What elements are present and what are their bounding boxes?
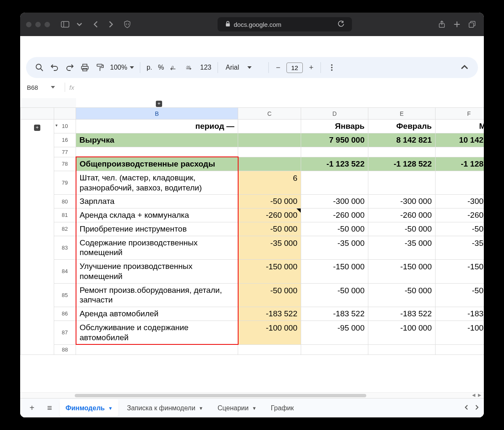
spreadsheet-grid[interactable]: + B C D E F + 10 период — Январь — [20, 93, 484, 392]
cell[interactable]: -183 522 — [301, 307, 368, 321]
cell[interactable]: -35 000 — [238, 236, 301, 260]
all-sheets-button[interactable]: ≡ — [42, 401, 57, 416]
cell[interactable]: -50 000 — [301, 222, 368, 236]
cell[interactable]: -150 000 — [238, 260, 301, 284]
cell[interactable]: -300 000 — [436, 195, 484, 208]
row-num[interactable]: 81 — [54, 208, 76, 222]
cell[interactable]: Улучшение производственных помещений — [76, 260, 238, 284]
cell[interactable]: -50 000 — [436, 222, 484, 236]
row-num[interactable]: 88 — [54, 344, 76, 354]
col-header-f[interactable]: F — [436, 108, 484, 120]
cell[interactable] — [436, 147, 484, 157]
row-num[interactable]: 78 — [54, 157, 76, 171]
col-header-d[interactable]: D — [301, 108, 368, 120]
address-bar[interactable]: docs.google.com — [218, 17, 352, 31]
cell[interactable]: Аренда склада + коммуналка — [76, 208, 238, 222]
more-tools-icon[interactable] — [325, 61, 339, 74]
cell[interactable]: Март — [436, 120, 484, 133]
cell[interactable] — [238, 157, 301, 171]
cell[interactable]: -260 000 — [238, 208, 301, 222]
sheet-tab-active[interactable]: Финмодель▼ — [60, 400, 118, 416]
paint-format-icon[interactable] — [93, 61, 107, 74]
row-num[interactable]: 84 — [54, 260, 76, 284]
cell[interactable]: Приобретение инструментов — [76, 222, 238, 236]
row-num[interactable]: 82 — [54, 222, 76, 236]
cell[interactable]: -300 000 — [301, 195, 368, 208]
col-header-c[interactable]: C — [238, 108, 301, 120]
chevron-down-icon[interactable] — [76, 18, 83, 30]
cell[interactable] — [301, 147, 368, 157]
sheet-tab[interactable]: Сценарии▼ — [212, 400, 262, 416]
cell[interactable]: 7 950 000 — [301, 133, 368, 147]
cell[interactable]: -50 000 — [238, 283, 301, 307]
cell[interactable]: -300 000 — [368, 195, 436, 208]
cell[interactable]: -183 522 — [368, 307, 436, 321]
cell[interactable] — [238, 133, 301, 147]
cell[interactable] — [368, 171, 436, 195]
back-button[interactable] — [90, 18, 102, 30]
cell[interactable]: -150 000 — [301, 260, 368, 284]
cell[interactable]: -100 000 — [368, 321, 436, 344]
reload-icon[interactable] — [338, 21, 344, 29]
new-tab-icon[interactable] — [451, 18, 463, 30]
column-group-toggle[interactable]: + — [156, 101, 162, 107]
cell[interactable]: Аренда автомобилей — [76, 307, 238, 321]
font-size-input[interactable]: 12 — [286, 63, 303, 73]
cell[interactable]: -100 000 — [436, 321, 484, 344]
maximize-window[interactable] — [45, 22, 50, 27]
row-num[interactable]: 87 — [54, 321, 76, 344]
tab-scroll-left[interactable] — [464, 404, 470, 412]
col-header-e[interactable]: E — [368, 108, 436, 120]
row-num[interactable]: 16 — [54, 133, 76, 147]
percent-format[interactable]: % — [156, 64, 166, 71]
forward-button[interactable] — [105, 18, 116, 30]
add-sheet-button[interactable]: + — [24, 401, 39, 416]
cell[interactable]: Зарплата — [76, 195, 238, 208]
tabs-overview-icon[interactable] — [466, 18, 478, 30]
cell[interactable]: -50 000 — [301, 283, 368, 307]
cell[interactable]: -50 000 — [238, 222, 301, 236]
scroll-thumb[interactable] — [75, 394, 366, 397]
cell[interactable] — [238, 120, 301, 133]
cell[interactable]: Ремонт произв.оборудования, детали, запч… — [76, 283, 238, 307]
cell[interactable]: -50 000 — [368, 222, 436, 236]
row-num[interactable]: 85 — [54, 283, 76, 307]
cell[interactable] — [76, 147, 238, 157]
sheet-tab[interactable]: График — [265, 400, 300, 416]
cell[interactable] — [301, 171, 368, 195]
cell[interactable] — [436, 344, 484, 354]
currency-format[interactable]: р. — [144, 64, 154, 71]
cell[interactable]: -50 000 — [436, 283, 484, 307]
cell[interactable]: -260 000 — [436, 208, 484, 222]
row-num[interactable]: 83 — [54, 236, 76, 260]
cell[interactable] — [436, 171, 484, 195]
redo-icon[interactable] — [63, 61, 76, 74]
cell[interactable]: -183 522 — [238, 307, 301, 321]
print-icon[interactable] — [78, 61, 92, 74]
row-num[interactable]: 10 — [54, 120, 76, 133]
cell[interactable]: -1 123 522 — [301, 157, 368, 171]
cell[interactable] — [368, 344, 436, 354]
increase-font-size[interactable]: + — [306, 63, 316, 73]
horizontal-scrollbar[interactable]: ◀▶ — [20, 392, 484, 398]
cell[interactable]: -100 000 — [238, 321, 301, 344]
row-num[interactable]: 86 — [54, 307, 76, 321]
name-box[interactable]: B68 — [27, 84, 60, 91]
cell[interactable]: период — — [76, 120, 238, 133]
cell[interactable] — [76, 344, 238, 354]
cell[interactable]: -150 000 — [436, 260, 484, 284]
decrease-font-size[interactable]: − — [273, 63, 283, 73]
cell[interactable]: Февраль — [368, 120, 436, 133]
cell[interactable]: 8 142 821 — [368, 133, 436, 147]
more-formats[interactable]: 123 — [198, 64, 214, 71]
cell[interactable]: 10 142 821 — [436, 133, 484, 147]
share-icon[interactable] — [436, 18, 448, 30]
cell[interactable]: -50 000 — [368, 283, 436, 307]
cell[interactable]: Штат, чел. (мастер, кладовщик, разнорабо… — [76, 171, 238, 195]
close-window[interactable] — [26, 22, 32, 27]
cell[interactable] — [368, 147, 436, 157]
cell[interactable]: -35 000 — [368, 236, 436, 260]
cell[interactable]: -35 000 — [301, 236, 368, 260]
undo-icon[interactable] — [48, 61, 61, 74]
collapse-toolbar-icon[interactable] — [458, 61, 471, 74]
